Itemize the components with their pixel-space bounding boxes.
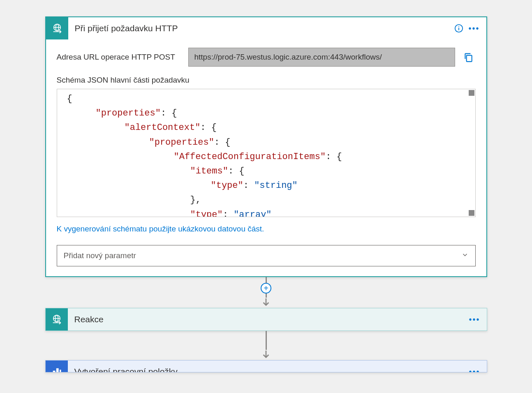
- more-icon[interactable]: •••: [469, 368, 480, 372]
- code-token: },: [190, 195, 201, 205]
- svg-rect-6: [466, 55, 472, 62]
- connector: +: [261, 277, 271, 308]
- code-token: : {: [161, 108, 177, 118]
- code-token: "items": [190, 166, 228, 176]
- connector-line: [266, 294, 267, 298]
- connector-line: [266, 277, 267, 283]
- connector: [261, 331, 271, 360]
- trigger-card-http: Při přijetí požadavku HTTP ••• Adresa UR…: [45, 16, 487, 277]
- code-token: "alertContext": [125, 123, 201, 133]
- copy-icon[interactable]: [461, 50, 476, 65]
- json-schema-editor[interactable]: { "properties": { "alertContext": { "pro…: [57, 89, 476, 217]
- code-token: "type": [190, 210, 223, 217]
- card-title: Při přijetí požadavku HTTP: [68, 23, 455, 33]
- card-title: Vytvoření pracovní položky: [68, 367, 469, 372]
- more-icon[interactable]: •••: [469, 315, 480, 324]
- action-card-create-work-item[interactable]: Vytvoření pracovní položky •••: [45, 360, 487, 372]
- http-response-icon: [46, 308, 68, 331]
- add-parameter-dropdown[interactable]: Přidat nový parametr: [57, 245, 476, 266]
- code-token: : {: [228, 166, 245, 176]
- code-token: "string": [254, 180, 298, 191]
- action-card-response[interactable]: Reakce •••: [45, 308, 487, 331]
- code-token: : {: [326, 152, 342, 162]
- card-title: Reakce: [68, 314, 469, 324]
- code-token: "AffectedConfigurationItems": [174, 152, 326, 162]
- code-token: "type": [211, 180, 243, 191]
- scrollbar-marker-icon: [469, 90, 474, 96]
- card-header[interactable]: Vytvoření pracovní položky •••: [46, 361, 487, 372]
- code-token: : {: [200, 123, 217, 133]
- url-input[interactable]: https://prod-75.westus.logic.azure.com:4…: [188, 48, 455, 67]
- devops-work-item-icon: [46, 361, 68, 372]
- add-step-button[interactable]: +: [261, 283, 271, 294]
- svg-point-5: [459, 26, 460, 27]
- more-icon[interactable]: •••: [468, 24, 479, 32]
- card-body: Adresa URL operace HTTP POST https://pro…: [46, 39, 486, 276]
- http-request-icon: [46, 17, 68, 39]
- svg-rect-14: [60, 370, 61, 372]
- arrow-down-icon: [261, 298, 271, 308]
- url-label: Adresa URL operace HTTP POST: [57, 53, 188, 62]
- code-token: "properties": [149, 137, 214, 148]
- scrollbar-marker-icon: [469, 210, 474, 216]
- code-token: "properties": [96, 108, 161, 118]
- code-token: : {: [214, 137, 231, 148]
- svg-rect-13: [56, 368, 58, 372]
- code-token: "array": [234, 210, 271, 217]
- card-header[interactable]: Reakce •••: [46, 308, 487, 331]
- info-icon[interactable]: [454, 24, 463, 33]
- code-token: {: [67, 94, 72, 104]
- connector-line: [266, 331, 267, 350]
- arrow-down-icon: [261, 350, 271, 360]
- add-parameter-placeholder: Přidat nový parametr: [64, 251, 136, 260]
- code-token: :: [223, 210, 234, 217]
- code-token: :: [243, 180, 254, 191]
- svg-rect-12: [53, 371, 55, 372]
- chevron-down-icon: [461, 251, 469, 261]
- generate-schema-link[interactable]: K vygenerování schématu použijte ukázkov…: [57, 224, 476, 233]
- schema-label: Schéma JSON hlavní části požadavku: [57, 76, 476, 85]
- card-header[interactable]: Při přijetí požadavku HTTP •••: [46, 17, 486, 39]
